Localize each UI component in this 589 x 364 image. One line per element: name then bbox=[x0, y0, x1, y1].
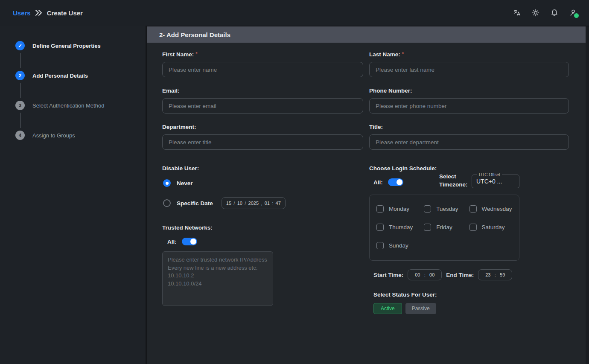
checkbox-icon[interactable] bbox=[469, 224, 477, 231]
start-hour: 00 bbox=[415, 272, 420, 277]
department-field-group: Department: bbox=[162, 124, 363, 150]
status-block: Select Status For User: Active Passive bbox=[373, 291, 569, 314]
trusted-networks-label: Trusted Networks: bbox=[162, 224, 363, 231]
disable-specific-date-option: Specific Date 15 / 10 / 2025 , 01 : 47 bbox=[163, 197, 363, 209]
end-time-input[interactable]: 23 : 59 bbox=[478, 269, 512, 280]
left-bottom-column: Disable User: Never Specific Date 15 / 1… bbox=[162, 165, 363, 314]
start-time-label: Start Time: bbox=[373, 272, 403, 278]
step-check-icon: ✓ bbox=[15, 41, 25, 50]
trusted-networks-all-toggle[interactable] bbox=[182, 238, 197, 245]
phone-field-group: Phone Number: bbox=[369, 87, 569, 114]
page-title: Create User bbox=[47, 9, 83, 17]
date-minute: 47 bbox=[276, 201, 281, 206]
day-thursday[interactable]: Thursday bbox=[376, 224, 413, 231]
day-monday[interactable]: Monday bbox=[376, 205, 413, 213]
status-active-button[interactable]: Active bbox=[373, 303, 402, 314]
schedule-all-row: All: bbox=[373, 178, 403, 186]
step-number: 2 bbox=[15, 71, 25, 80]
first-name-label: First Name: bbox=[162, 51, 194, 58]
weekday-checkbox-panel: Monday Tuesday Wednesday Thursday Friday bbox=[369, 195, 519, 261]
breadcrumb: Users Create User bbox=[13, 9, 83, 17]
title-input[interactable] bbox=[369, 134, 569, 150]
step-connector bbox=[20, 83, 20, 98]
trusted-networks-all-label: All: bbox=[167, 239, 177, 245]
checkbox-icon[interactable] bbox=[469, 205, 477, 213]
date-hour: 01 bbox=[265, 201, 270, 206]
checkbox-icon[interactable] bbox=[376, 205, 384, 213]
checkbox-icon[interactable] bbox=[424, 224, 431, 231]
date-year: 2025 bbox=[248, 201, 259, 206]
checkbox-icon[interactable] bbox=[424, 205, 431, 213]
step-connector bbox=[20, 53, 20, 68]
utc-offset-value: UTC+0 ... bbox=[476, 178, 515, 185]
disable-user-label: Disable User: bbox=[162, 165, 363, 172]
last-name-input[interactable] bbox=[369, 62, 569, 77]
disable-date-input[interactable]: 15 / 10 / 2025 , 01 : 47 bbox=[222, 197, 286, 209]
end-hour: 23 bbox=[485, 272, 490, 277]
form-section-header: 2- Add Personal Details bbox=[147, 26, 589, 43]
step-add-personal-details[interactable]: 2 Add Personal Details bbox=[15, 71, 146, 80]
schedule-all-toggle[interactable] bbox=[388, 178, 403, 186]
first-name-input[interactable] bbox=[162, 62, 363, 77]
trusted-networks-all-row: All: bbox=[167, 238, 363, 245]
timezone-group: Select Timezone: UTC Offset UTC+0 ... bbox=[439, 172, 519, 189]
wizard-stepper-sidebar: ✓ Define General Properties 2 Add Person… bbox=[0, 26, 146, 364]
form-grid: First Name:* Last Name:* Email: Phone Nu… bbox=[147, 43, 589, 314]
required-asterisk: * bbox=[402, 51, 404, 56]
theme-sun-icon[interactable] bbox=[531, 8, 540, 17]
step-number: 3 bbox=[15, 101, 25, 110]
phone-input[interactable] bbox=[369, 98, 569, 114]
utc-offset-select[interactable]: UTC Offset UTC+0 ... bbox=[472, 172, 519, 188]
disable-never-option[interactable]: Never bbox=[163, 179, 363, 187]
online-status-dot bbox=[574, 13, 579, 18]
phone-label: Phone Number: bbox=[369, 87, 569, 94]
topbar: Users Create User bbox=[0, 0, 589, 26]
translate-icon[interactable] bbox=[512, 8, 522, 17]
day-saturday[interactable]: Saturday bbox=[469, 224, 512, 231]
login-schedule-label: Choose Login Schedule: bbox=[369, 165, 569, 172]
account-icon[interactable] bbox=[569, 8, 578, 17]
vertical-scrollbar[interactable] bbox=[586, 26, 589, 364]
breadcrumb-users-link[interactable]: Users bbox=[13, 9, 31, 17]
utc-offset-legend: UTC Offset bbox=[477, 172, 502, 177]
end-time-label: End Time: bbox=[446, 272, 474, 278]
day-wednesday[interactable]: Wednesday bbox=[469, 205, 512, 213]
start-time-input[interactable]: 00 : 00 bbox=[408, 269, 442, 280]
step-number: 4 bbox=[15, 131, 25, 140]
status-passive-button[interactable]: Passive bbox=[405, 303, 436, 314]
step-select-authentication-method[interactable]: 3 Select Authentication Method bbox=[15, 101, 146, 110]
radio-selected-icon[interactable] bbox=[163, 179, 171, 187]
title-label: Title: bbox=[369, 124, 569, 130]
department-label: Department: bbox=[162, 124, 363, 130]
department-input[interactable] bbox=[162, 134, 363, 150]
end-minute: 59 bbox=[500, 272, 505, 277]
step-assign-to-groups[interactable]: 4 Assign to Groups bbox=[15, 131, 146, 140]
date-day: 15 bbox=[226, 201, 231, 206]
day-tuesday[interactable]: Tuesday bbox=[424, 205, 458, 213]
radio-unselected-icon[interactable] bbox=[163, 199, 171, 207]
required-asterisk: * bbox=[195, 51, 197, 56]
step-connector bbox=[20, 113, 20, 128]
login-schedule-controls: All: Select Timezone: UTC Offset UTC+0 .… bbox=[369, 172, 519, 189]
time-range-row: Start Time: 00 : 00 End Time: 23 : 59 bbox=[373, 269, 569, 280]
topbar-icons bbox=[512, 8, 578, 17]
notifications-bell-icon[interactable] bbox=[550, 8, 559, 17]
timezone-label: Select Timezone: bbox=[439, 172, 468, 189]
step-define-general-properties[interactable]: ✓ Define General Properties bbox=[15, 41, 146, 50]
checkbox-icon[interactable] bbox=[376, 224, 384, 231]
trusted-networks-textarea[interactable] bbox=[162, 251, 273, 306]
day-friday[interactable]: Friday bbox=[424, 224, 458, 231]
date-month: 10 bbox=[237, 201, 242, 206]
right-bottom-column: Choose Login Schedule: All: Select Timez… bbox=[369, 165, 569, 314]
email-field-group: Email: bbox=[162, 87, 363, 114]
schedule-all-label: All: bbox=[373, 179, 383, 186]
checkbox-icon[interactable] bbox=[376, 242, 384, 249]
title-field-group: Title: bbox=[369, 124, 569, 150]
day-sunday[interactable]: Sunday bbox=[376, 242, 413, 249]
last-name-label: Last Name: bbox=[369, 51, 400, 58]
create-user-form-panel: 2- Add Personal Details First Name:* Las… bbox=[147, 26, 589, 364]
email-input[interactable] bbox=[162, 98, 363, 114]
first-name-field-group: First Name:* bbox=[162, 51, 363, 77]
status-label: Select Status For User: bbox=[373, 291, 569, 298]
start-minute: 00 bbox=[429, 272, 434, 277]
